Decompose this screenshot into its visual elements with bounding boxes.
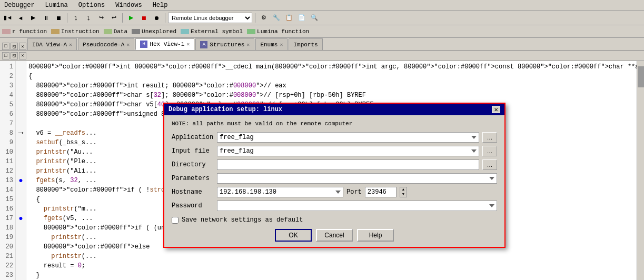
- toolbar-btn-4[interactable]: ⏸: [40, 12, 52, 24]
- line-number: 10: [0, 147, 15, 157]
- toolbar-btn-9[interactable]: ↩: [108, 12, 120, 24]
- toolbar-btn-8[interactable]: ↪: [95, 12, 107, 24]
- toolbar-btn-extra4[interactable]: 📄: [296, 12, 308, 24]
- directory-input[interactable]: [217, 159, 479, 170]
- dialog-note: NOTE: all paths must be valid on the rem…: [172, 121, 497, 127]
- line-number: 3: [0, 81, 15, 91]
- directory-row: Directory …: [172, 159, 497, 170]
- code-collapse-btn[interactable]: □: [2, 52, 9, 59]
- password-row: Password: [172, 201, 497, 211]
- line-marker: [16, 166, 26, 176]
- toolbar-sep-3: [165, 13, 165, 23]
- application-row: Application free_flag …: [172, 132, 497, 143]
- panel-restore-btn[interactable]: ◱: [11, 43, 18, 50]
- panel-close-btn[interactable]: ✕: [19, 43, 26, 50]
- input-file-label: Input file: [172, 147, 214, 155]
- port-spin-down[interactable]: ▼: [402, 193, 404, 196]
- port-label: Port: [346, 188, 362, 196]
- save-settings-label[interactable]: Save network settings as default: [182, 216, 303, 224]
- toolbar-btn-extra3[interactable]: 📋: [283, 12, 295, 24]
- tab-ida-view-a-close[interactable]: ✕: [69, 42, 72, 48]
- hostname-select[interactable]: 192.168.198.130: [217, 187, 343, 197]
- save-settings-row: Save network settings as default: [172, 216, 497, 224]
- toolbar-btn-1[interactable]: ▮◄: [2, 12, 14, 24]
- line-marker: [16, 271, 26, 280]
- toolbar-sep-4: [255, 13, 255, 23]
- remote-debugger-select[interactable]: Remote Linux debugger: [168, 13, 252, 23]
- input-file-browse-button[interactable]: …: [482, 146, 497, 156]
- legend-label-unexplored: Unexplored: [142, 28, 176, 35]
- port-spin-up[interactable]: ▲: [402, 188, 404, 192]
- toolbar-btn-stop[interactable]: ⏹: [138, 12, 150, 24]
- toolbar-btn-5[interactable]: ⏹: [53, 12, 64, 24]
- scroll-thumb[interactable]: [638, 66, 644, 87]
- tab-pseudocode-a[interactable]: Pseudocode-A ✕: [78, 38, 134, 50]
- tab-structures[interactable]: A Structures ✕: [195, 38, 254, 50]
- tab-enums-close[interactable]: ✕: [280, 42, 283, 48]
- legend-instruction: Instruction: [51, 28, 100, 35]
- code-line: 800000">"color:#0000ff">int 800000">"col…: [28, 62, 642, 72]
- toolbar-btn-extra1[interactable]: ⚙: [258, 12, 270, 24]
- line-marker: [16, 72, 26, 81]
- line-number: 9: [0, 138, 15, 147]
- help-button[interactable]: Help: [357, 229, 394, 242]
- port-input[interactable]: [365, 187, 397, 197]
- directory-browse-button[interactable]: …: [482, 159, 497, 170]
- toolbar-btn-3[interactable]: ▶: [27, 12, 39, 24]
- save-settings-checkbox[interactable]: [172, 217, 179, 224]
- line-marker: [16, 261, 26, 271]
- dialog-body: NOTE: all paths must be valid on the rem…: [164, 115, 504, 247]
- code-line: result = 0;: [28, 261, 642, 271]
- menu-help[interactable]: Help: [151, 2, 170, 9]
- code-line: 800000">"color:#0000ff">int result; 8000…: [28, 81, 642, 91]
- line-marker: [16, 252, 26, 261]
- cancel-button[interactable]: Cancel: [316, 229, 353, 242]
- panel-collapse-btn[interactable]: □: [2, 43, 9, 50]
- application-browse-button[interactable]: …: [482, 132, 497, 143]
- toolbar-btn-extra2[interactable]: 🔧: [271, 12, 282, 24]
- ok-button[interactable]: OK: [275, 229, 312, 242]
- line-number: 15: [0, 195, 15, 204]
- toolbar-btn-play[interactable]: ▶: [125, 12, 137, 24]
- parameters-select[interactable]: [217, 173, 497, 184]
- menu-lumina[interactable]: Lumina: [43, 2, 70, 9]
- line-number: 4: [0, 91, 15, 100]
- menu-options[interactable]: Options: [76, 2, 107, 9]
- line-numbers: 1234567891011121314151617181920212223242…: [0, 61, 16, 280]
- tab-enums[interactable]: Enums ✕: [255, 38, 288, 50]
- toolbar-btn-2[interactable]: ◄: [15, 12, 26, 24]
- toolbar-btn-rec[interactable]: ⏺: [151, 12, 162, 24]
- debug-dialog[interactable]: Debug application setup: linux ✕ NOTE: a…: [163, 103, 506, 248]
- line-marker: [16, 157, 26, 166]
- password-select[interactable]: [217, 201, 497, 211]
- tab-structures-close[interactable]: ✕: [246, 42, 250, 48]
- tab-enums-label: Enums: [260, 42, 278, 48]
- line-marker: [16, 204, 26, 214]
- line-marker: [16, 147, 26, 157]
- port-spin[interactable]: ▲ ▼: [400, 187, 407, 197]
- toolbar-btn-extra5[interactable]: 🔍: [309, 12, 320, 24]
- tab-imports[interactable]: Imports: [289, 38, 322, 50]
- tab-pseudocode-a-close[interactable]: ✕: [126, 42, 130, 48]
- legend-label-external-symbol: External symbol: [191, 28, 243, 35]
- tab-hex-view-1-close[interactable]: ✕: [186, 41, 190, 47]
- input-file-select[interactable]: free_flag: [217, 146, 479, 156]
- toolbar-btn-6[interactable]: ⤵: [70, 12, 82, 24]
- code-close-btn[interactable]: ✕: [19, 52, 26, 59]
- menu-windows[interactable]: Windows: [113, 2, 144, 9]
- scroll-indicator[interactable]: [637, 61, 644, 280]
- line-marker: [16, 242, 26, 252]
- line-number: 17: [0, 214, 15, 223]
- toolbar-btn-7[interactable]: ⤵: [83, 12, 94, 24]
- tab-pseudocode-a-label: Pseudocode-A: [83, 42, 124, 48]
- line-number: 8: [0, 128, 15, 138]
- dialog-close-button[interactable]: ✕: [492, 106, 500, 113]
- line-number: 22: [0, 261, 15, 271]
- menu-debugger[interactable]: Debugger: [2, 2, 37, 9]
- line-number: 7: [0, 119, 15, 128]
- tab-hex-view-1[interactable]: H Hex View-1 ✕: [135, 38, 194, 50]
- tab-ida-view-a[interactable]: IDA View-A ✕: [27, 38, 77, 50]
- code-restore-btn[interactable]: ◱: [11, 52, 18, 59]
- tab-imports-label: Imports: [293, 42, 318, 48]
- application-select[interactable]: free_flag: [217, 132, 479, 143]
